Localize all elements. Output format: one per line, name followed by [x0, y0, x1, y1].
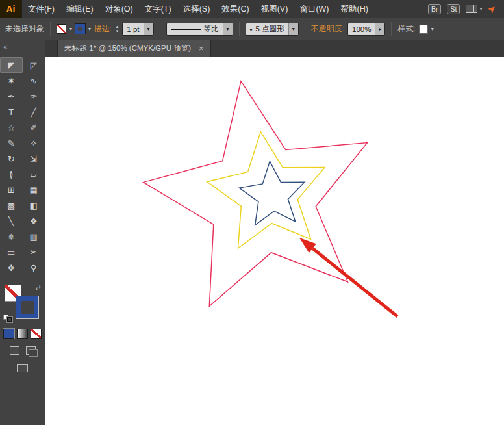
menu-item[interactable]: 窗口(W)	[294, 0, 334, 18]
column-graph-tool-icon: ▥	[30, 232, 38, 242]
chevron-down-icon: ▾	[479, 6, 482, 12]
opacity-combo[interactable]: 100% ▸	[347, 23, 385, 36]
stroke-panel-link[interactable]: 描边:	[94, 23, 112, 34]
draw-behind-icon[interactable]	[26, 346, 36, 355]
menu-item[interactable]: 对象(O)	[99, 0, 139, 18]
chevron-down-icon[interactable]: ▾	[144, 23, 153, 35]
column-graph-tool[interactable]: ▥	[23, 229, 45, 244]
magic-wand-tool[interactable]: ✶	[0, 73, 23, 88]
style-swatch[interactable]	[419, 25, 428, 34]
stroke-color-swatch[interactable]	[75, 24, 85, 34]
stroke-swatch[interactable]	[16, 296, 38, 318]
collapse-panel-icon[interactable]: «	[3, 43, 7, 51]
shaper-tool-icon: ✧	[30, 138, 37, 148]
symbol-sprayer-tool[interactable]: ✵	[0, 229, 23, 244]
chevron-down-icon[interactable]: ▾	[288, 23, 298, 35]
line-segment-tool[interactable]: ╱	[23, 104, 45, 120]
line-segment-tool-icon: ╱	[31, 107, 36, 117]
zoom-tool[interactable]: ⚲	[23, 260, 45, 276]
curvature-tool[interactable]: ✑	[23, 88, 45, 104]
opacity-panel-link[interactable]: 不透明度:	[311, 23, 344, 34]
shape-builder-tool[interactable]: ⊞	[0, 182, 23, 198]
rotate-tool[interactable]: ↻	[0, 151, 23, 166]
menu-item[interactable]: 编辑(E)	[60, 0, 99, 18]
stepper-up-icon[interactable]: ▲	[115, 25, 119, 29]
artboard-tool[interactable]: ▭	[0, 244, 23, 260]
stroke-weight-stepper[interactable]: ▲ ▼	[115, 25, 119, 33]
artboard-tool-icon: ▭	[7, 248, 15, 257]
bridge-button[interactable]: Br	[428, 4, 442, 14]
style-dropdown-icon[interactable]: ▾	[431, 26, 434, 32]
menu-item[interactable]: 效果(C)	[216, 0, 255, 18]
type-tool-icon: T	[8, 107, 14, 117]
selection-tool-icon: ◤	[8, 60, 14, 70]
shaper-tool[interactable]: ✧	[23, 135, 45, 151]
chevron-down-icon[interactable]: ▾	[223, 23, 233, 35]
fill-dropdown-icon[interactable]: ▾	[69, 26, 72, 32]
pen-tool-icon: ✒	[8, 92, 15, 101]
free-transform-tool[interactable]: ▱	[23, 166, 45, 182]
gradient-button[interactable]	[17, 329, 28, 339]
menu-items: 文件(F)编辑(E)对象(O)文字(T)选择(S)效果(C)视图(V)窗口(W)…	[22, 0, 374, 18]
pencil-tool[interactable]: ✎	[0, 135, 23, 151]
canvas[interactable]	[45, 57, 504, 425]
paintbrush-tool[interactable]: ✐	[23, 120, 45, 135]
blend-tool[interactable]: ❖	[23, 213, 45, 229]
selection-status: 未选择对象	[5, 23, 44, 34]
slice-tool-icon: ✂	[30, 248, 37, 257]
stroke-weight-combo[interactable]: 1 pt ▾	[122, 23, 153, 36]
width-tool[interactable]: ≬	[0, 166, 23, 182]
fill-color-swatch[interactable]	[57, 24, 66, 34]
middle-star[interactable]	[207, 132, 325, 248]
direct-selection-tool[interactable]: ◸	[23, 57, 45, 73]
opacity-value: 100%	[348, 25, 375, 33]
document-tab[interactable]: 未标题-1* @ 150% (CMYK/GPU 预览) ×	[57, 40, 211, 57]
eyedropper-tool[interactable]: ╲	[0, 213, 23, 229]
hand-tool[interactable]: ✥	[0, 260, 23, 276]
selection-tool[interactable]: ◤	[0, 57, 23, 73]
gradient-tool[interactable]: ◧	[23, 198, 45, 213]
perspective-grid-tool[interactable]: ▦	[23, 182, 45, 198]
pen-tool[interactable]: ✒	[0, 88, 23, 104]
none-button[interactable]	[31, 329, 42, 339]
eyedropper-tool-icon: ╲	[8, 216, 14, 226]
paint-type-buttons	[0, 329, 45, 339]
scale-tool-icon: ⇲	[30, 154, 37, 164]
lasso-tool-icon: ∿	[30, 76, 37, 86]
inner-star[interactable]	[239, 161, 304, 225]
mesh-tool[interactable]: ▩	[0, 198, 23, 213]
gpu-performance-icon[interactable]: ➤	[485, 2, 499, 16]
default-fill-stroke-icon[interactable]	[3, 315, 12, 322]
menu-item[interactable]: 视图(V)	[255, 0, 294, 18]
color-button[interactable]	[3, 329, 14, 339]
swap-fill-stroke-icon[interactable]: ⇄	[36, 284, 41, 291]
draw-normal-icon[interactable]	[10, 346, 19, 355]
lasso-tool[interactable]: ∿	[23, 73, 45, 88]
divider	[391, 22, 392, 36]
slice-tool[interactable]: ✂	[23, 244, 45, 260]
direct-selection-tool-icon: ◸	[31, 60, 37, 70]
menu-item[interactable]: 文字(T)	[139, 0, 177, 18]
close-icon[interactable]: ×	[199, 44, 204, 53]
menu-item[interactable]: 文件(F)	[22, 0, 60, 18]
menu-item[interactable]: 选择(S)	[177, 0, 216, 18]
divider	[239, 22, 240, 36]
zoom-tool-icon: ⚲	[31, 263, 37, 273]
workspace-switcher[interactable]: ▾	[466, 5, 482, 13]
stroke-dropdown-icon[interactable]: ▾	[88, 26, 91, 32]
menu-item[interactable]: 帮助(H)	[335, 0, 374, 18]
outer-star[interactable]	[144, 81, 368, 307]
width-profile-combo[interactable]: 等比 ▾	[166, 23, 233, 36]
screen-mode-button[interactable]	[17, 364, 28, 372]
paintbrush-tool-icon: ✐	[30, 123, 37, 133]
artwork-svg[interactable]	[45, 57, 504, 425]
width-profile-value: 等比	[204, 24, 219, 34]
star-tool[interactable]: ☆	[0, 120, 23, 135]
brush-definition-combo[interactable]: • 5 点圆形 ▾	[246, 23, 299, 36]
scale-tool[interactable]: ⇲	[23, 151, 45, 166]
stock-button[interactable]: St	[447, 4, 460, 14]
type-tool[interactable]: T	[0, 104, 23, 120]
stepper-down-icon[interactable]: ▼	[115, 29, 119, 33]
chevron-right-icon[interactable]: ▸	[375, 23, 384, 35]
hand-tool-icon: ✥	[8, 263, 15, 273]
